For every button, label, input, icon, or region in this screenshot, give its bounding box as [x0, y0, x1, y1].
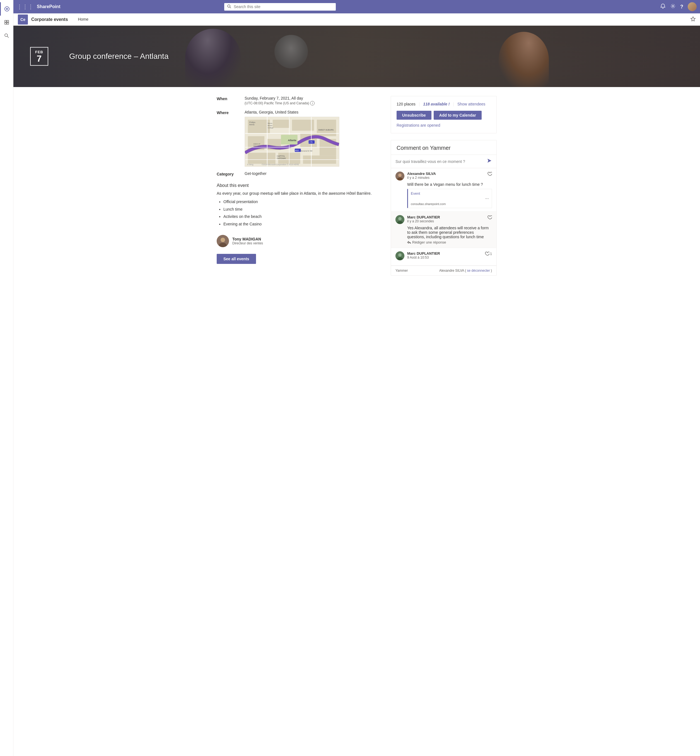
site-title: Corporate events: [31, 17, 68, 22]
comment-author-3: Marc DUPLANTIER: [407, 251, 482, 255]
like-icon-2[interactable]: [487, 215, 492, 221]
search-input[interactable]: [234, 5, 333, 9]
hero-event-title: Group conference – Antlanta: [69, 52, 169, 61]
svg-text:Morris: Morris: [268, 122, 272, 124]
svg-rect-17: [317, 120, 336, 136]
bullet-item: Evening at the Casino: [223, 221, 377, 227]
search-icon: [227, 4, 231, 9]
right-content: 120 places | 118 available ! | Show atte…: [391, 96, 497, 275]
user-avatar[interactable]: [688, 2, 697, 11]
top-nav: ⋮⋮⋮ SharePoint: [13, 0, 700, 13]
comment-header-2: Marc DUPLANTIER il y a 20 secondes: [395, 215, 492, 224]
svg-rect-16: [292, 120, 314, 131]
bullet-item: Official presentation: [223, 199, 377, 205]
svg-text:b bing: b bing: [247, 163, 253, 166]
left-content: When Sunday, February 7, 2021, All day (…: [217, 96, 391, 275]
show-attendees-link[interactable]: Show attendees: [457, 102, 485, 106]
where-value: Atlanta, Georgia, United States: [245, 110, 377, 167]
app-title: SharePoint: [37, 4, 60, 9]
svg-point-57: [398, 217, 402, 221]
where-label: Where: [217, 111, 245, 167]
comment-header-3: Marc DUPLANTIER 9 Août à 10:53 1: [395, 251, 492, 260]
svg-point-51: [220, 238, 225, 242]
svg-rect-2: [5, 20, 6, 22]
svg-text:AGES AT: AGES AT: [253, 143, 261, 145]
link-more-icon[interactable]: ···: [485, 196, 489, 201]
svg-text:CAPITOL: CAPITOL: [277, 155, 285, 157]
where-row: Where Atlanta, Georgia, United States: [217, 110, 377, 167]
person-silhouette-1: [185, 29, 241, 87]
favorite-icon[interactable]: [691, 16, 695, 23]
author-avatar: [217, 235, 229, 247]
see-all-button[interactable]: See all events: [217, 254, 256, 264]
comment-text-1: Will there be a Vegan menu for lunch tim…: [407, 182, 492, 186]
hero-day: 7: [35, 54, 43, 63]
timezone-info-icon[interactable]: i: [310, 101, 314, 105]
nav-link-home[interactable]: Home: [75, 13, 92, 26]
help-button[interactable]: ?: [680, 4, 683, 10]
svg-line-7: [7, 36, 9, 38]
svg-text:College: College: [268, 127, 273, 128]
yammer-comment-3: Marc DUPLANTIER 9 Août à 10:53 1: [391, 248, 497, 266]
yammer-footer-user: Alexandre SILVA ( se déconnecter ): [439, 269, 492, 272]
svg-text:GATEWAY: GATEWAY: [277, 157, 286, 159]
sidebar-layers[interactable]: [0, 16, 13, 29]
comment-avatar-3: [395, 251, 405, 260]
grid-icon[interactable]: ⋮⋮⋮: [17, 3, 33, 10]
stat-divider: |: [419, 102, 420, 106]
sidebar-search[interactable]: [0, 29, 13, 42]
like-icon-1[interactable]: [487, 172, 492, 178]
link-preview-title: Event: [411, 191, 446, 196]
yammer-panel: Comment on Yammer: [391, 140, 497, 275]
reply-action[interactable]: Rédiger une réponse: [407, 240, 492, 244]
link-preview-footer: Event consultao.sharepoint.com ···: [411, 191, 489, 206]
link-preview-url: consultao.sharepoint.com: [411, 202, 446, 206]
bullet-item: Activites on the beach: [223, 213, 377, 219]
like-icon-3[interactable]: 1: [484, 251, 492, 257]
svg-text:Memorial Dr SW: Memorial Dr SW: [300, 150, 312, 152]
site-nav: Ce Corporate events Home: [13, 13, 700, 26]
comment-time-2: il y a 20 secondes: [407, 219, 484, 223]
svg-rect-22: [248, 153, 275, 164]
yammer-comment-reply: Marc DUPLANTIER il y a 20 secondes Yes A…: [391, 212, 497, 248]
yammer-input[interactable]: [395, 159, 485, 164]
yammer-send-icon[interactable]: [487, 158, 492, 164]
person-silhouette-2: [498, 32, 549, 87]
link-preview-content: Event consultao.sharepoint.com: [411, 191, 446, 206]
when-primary: Sunday, February 7, 2021, All day: [245, 96, 377, 100]
yammer-header: Comment on Yammer: [391, 140, 497, 155]
category-label: Category: [217, 172, 245, 176]
when-secondary: (UTC-08:00) Pacific Time (US and Canada)…: [245, 101, 377, 105]
svg-text:©2019 Microsoft Corporation © : ©2019 Microsoft Corporation © 2019 HERE: [262, 163, 299, 166]
svg-line-9: [230, 7, 231, 8]
svg-rect-3: [7, 20, 9, 22]
add-calendar-button[interactable]: Add to my Calendar: [434, 111, 482, 120]
site-logo[interactable]: Ce: [18, 14, 28, 25]
reg-status[interactable]: Registrations are opened: [397, 123, 491, 127]
settings-button[interactable]: [670, 3, 676, 10]
map-container[interactable]: Phillips Arena Morris Brown College Atla…: [245, 117, 339, 167]
author-title: Directeur des ventes: [232, 241, 263, 245]
svg-text:Phillips: Phillips: [249, 121, 255, 124]
category-value: Get-together: [245, 171, 377, 176]
svg-point-8: [228, 5, 230, 7]
search-box[interactable]: [224, 3, 336, 11]
sidebar: [0, 0, 13, 756]
comment-author-2: Marc DUPLANTIER: [407, 215, 484, 219]
comment-meta-3: Marc DUPLANTIER 9 Août à 10:53: [407, 251, 482, 260]
yammer-footer: Yammer Alexandre SILVA ( se déconnecter …: [391, 266, 497, 275]
stat-divider-2: |: [453, 102, 454, 106]
svg-text:Brown: Brown: [268, 125, 272, 126]
svg-rect-4: [5, 23, 6, 24]
sidebar-home[interactable]: [0, 2, 13, 16]
map-svg: Phillips Arena Morris Brown College Atla…: [245, 117, 339, 166]
svg-text:Atlanta: Atlanta: [288, 139, 296, 142]
when-row: When Sunday, February 7, 2021, All day (…: [217, 96, 377, 105]
svg-text:402: 402: [295, 149, 299, 152]
unsubscribe-button[interactable]: Unsubscribe: [397, 111, 431, 120]
yammer-logout-link[interactable]: se déconnecter: [467, 269, 490, 272]
yammer-app-label: Yammer: [395, 269, 408, 272]
notifications-button[interactable]: [660, 3, 666, 10]
comment-author-1: Alexandre SILVA: [407, 172, 484, 176]
svg-text:SWEET AUBURN: SWEET AUBURN: [318, 129, 334, 131]
